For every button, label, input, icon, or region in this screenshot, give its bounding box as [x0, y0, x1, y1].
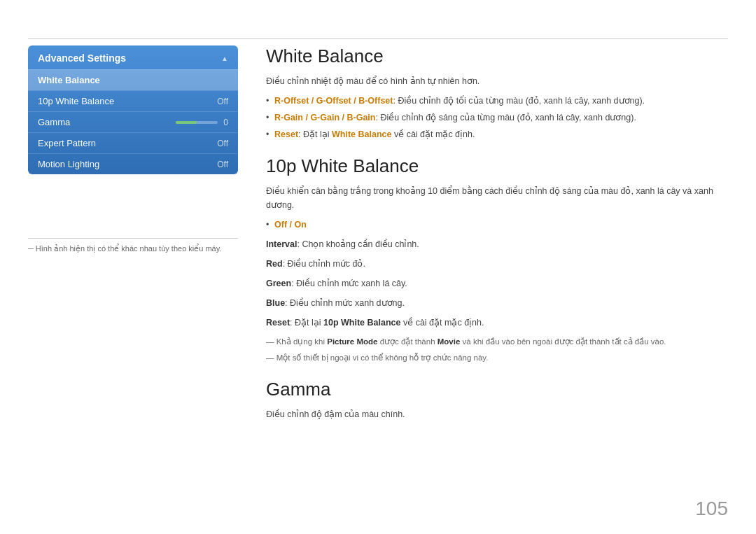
- sidebar-item-white-balance[interactable]: White Balance: [28, 69, 238, 90]
- bullet-r-gain-rest: : Điều chỉnh độ sáng của từng màu (đỏ, x…: [375, 113, 636, 122]
- sidebar-item-gamma-label: Gamma: [38, 117, 70, 127]
- 10p-interval: Interval: Chọn khoảng cần điều chỉnh.: [266, 237, 728, 251]
- sidebar-panel: Advanced Settings ▲ White Balance 10p Wh…: [28, 45, 238, 174]
- 10p-white-balance-desc: Điều khiển cân bằng trắng trong khoảng 1…: [266, 184, 728, 212]
- note-1: — Khả dụng khi Picture Mode được đặt thà…: [266, 335, 728, 348]
- section-white-balance: White Balance Điều chỉnh nhiệt độ màu để…: [266, 45, 728, 141]
- green-rest: : Điều chỉnh mức xanh lá cây.: [291, 279, 407, 288]
- bullet-reset-highlight: Reset: [274, 129, 298, 139]
- section-gamma: Gamma Điều chỉnh độ đậm của màu chính.: [266, 379, 728, 421]
- 10p-blue: Blue: Điều chỉnh mức xanh dương.: [266, 296, 728, 310]
- reset-rest: : Đặt lại: [290, 318, 323, 328]
- advanced-settings-box: Advanced Settings ▲ White Balance 10p Wh…: [28, 45, 238, 174]
- white-balance-title: White Balance: [266, 45, 728, 67]
- red-rest: : Điều chỉnh mức đỏ.: [283, 259, 365, 269]
- sidebar-footnote: ─ Hình ảnh hiện thị có thể khác nhau tùy…: [28, 238, 238, 253]
- note-2: — Một số thiết bị ngoại vi có thể không …: [266, 351, 728, 364]
- interval-key: Interval: [266, 239, 297, 249]
- footnote-text: ─ Hình ảnh hiện thị có thể khác nhau tùy…: [28, 244, 221, 253]
- sidebar-item-10p-value: Off: [217, 97, 228, 106]
- bullet-r-offset-rest: : Điều chỉnh độ tối của từng màu (đỏ, xa…: [393, 96, 645, 106]
- sidebar-item-expert-label: Expert Pattern: [38, 138, 96, 148]
- bullet-reset-wb-highlight: White Balance: [332, 129, 391, 139]
- gamma-desc: Điều chỉnh độ đậm của màu chính.: [266, 407, 728, 421]
- bullet-off-on-text: Off / On: [274, 220, 307, 230]
- gamma-bar-container: 0: [176, 118, 228, 127]
- section-10p-white-balance: 10p White Balance Điều khiển cân bằng tr…: [266, 155, 728, 365]
- reset-rest2: về cài đặt mặc định.: [400, 318, 484, 328]
- 10p-bullet-list: Off / On: [266, 218, 728, 232]
- sidebar-item-expert-value: Off: [217, 139, 228, 148]
- top-divider: [28, 38, 728, 39]
- sidebar-title: Advanced Settings ▲: [28, 45, 238, 69]
- bullet-r-gain-highlight: R-Gain / G-Gain / B-Gain: [274, 113, 375, 122]
- bullet-r-gain: R-Gain / G-Gain / B-Gain: Điều chỉnh độ …: [266, 111, 728, 125]
- 10p-reset: Reset: Đặt lại 10p White Balance về cài …: [266, 316, 728, 330]
- note-movie: Movie: [438, 337, 461, 346]
- 10p-detail-lines: Interval: Chọn khoảng cần điều chỉnh. Re…: [266, 237, 728, 330]
- sidebar-item-10p-white-balance[interactable]: 10p White Balance Off: [28, 90, 238, 111]
- red-key: Red: [266, 259, 283, 269]
- gamma-bar: [176, 121, 218, 124]
- interval-rest: : Chọn khoảng cần điều chỉnh.: [297, 239, 419, 249]
- sidebar-item-motion-value: Off: [217, 160, 228, 169]
- reset-10p-highlight: 10p White Balance: [323, 318, 400, 328]
- sidebar-title-text: Advanced Settings: [38, 52, 126, 64]
- bullet-r-offset-highlight: R-Offset / G-Offset / B-Offset: [274, 96, 393, 106]
- reset-key: Reset: [266, 318, 290, 328]
- page-number: 105: [695, 498, 728, 520]
- sidebar-item-motion-label: Motion Lighting: [38, 159, 99, 169]
- main-content: White Balance Điều chỉnh nhiệt độ màu để…: [266, 45, 728, 427]
- green-key: Green: [266, 279, 291, 288]
- bullet-r-offset: R-Offset / G-Offset / B-Offset: Điều chỉ…: [266, 94, 728, 108]
- 10p-green: Green: Điều chỉnh mức xanh lá cây.: [266, 276, 728, 290]
- bullet-reset-rest2: về cài đặt mặc định.: [391, 129, 475, 139]
- note-picture-mode: Picture Mode: [327, 337, 377, 346]
- sidebar-item-expert-pattern[interactable]: Expert Pattern Off: [28, 132, 238, 153]
- bullet-reset-wb: Reset: Đặt lại White Balance về cài đặt …: [266, 127, 728, 141]
- 10p-white-balance-title: 10p White Balance: [266, 155, 728, 177]
- gamma-title: Gamma: [266, 379, 728, 400]
- 10p-red: Red: Điều chỉnh mức đỏ.: [266, 257, 728, 271]
- white-balance-bullets: R-Offset / G-Offset / B-Offset: Điều chỉ…: [266, 94, 728, 141]
- gamma-bar-fill: [176, 121, 197, 124]
- blue-key: Blue: [266, 298, 285, 308]
- sidebar-item-motion-lighting[interactable]: Motion Lighting Off: [28, 153, 238, 174]
- bullet-off-on: Off / On: [266, 218, 728, 232]
- sidebar-title-arrow: ▲: [221, 55, 228, 62]
- bullet-reset-rest: : Đặt lại: [298, 129, 332, 139]
- sidebar-item-gamma[interactable]: Gamma 0: [28, 111, 238, 132]
- gamma-value: 0: [223, 118, 228, 127]
- blue-rest: : Điều chỉnh mức xanh dương.: [285, 298, 405, 308]
- sidebar-item-white-balance-label: White Balance: [38, 75, 100, 85]
- sidebar-item-10p-label: 10p White Balance: [38, 96, 114, 106]
- white-balance-desc: Điều chỉnh nhiệt độ màu để có hình ảnh t…: [266, 74, 728, 88]
